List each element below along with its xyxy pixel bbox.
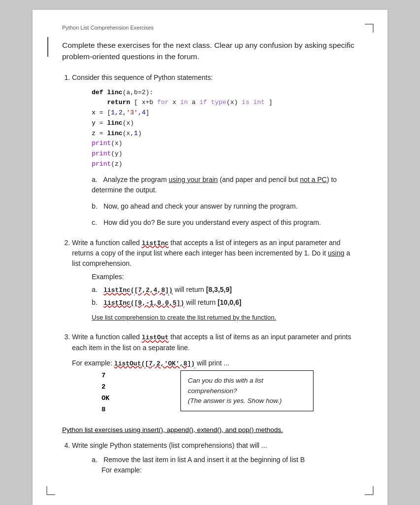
q3-output-ok: OK (102, 393, 171, 404)
question-4: Write single Python statements (list com… (72, 440, 358, 475)
code-line-6: print(x) (92, 139, 358, 149)
q3-callout-line2: (The answer is yes. Show how.) (188, 396, 306, 406)
question-3: Write a function called listOut that acc… (72, 332, 358, 416)
kw-is: is (242, 99, 249, 106)
q2-underline-using: using (328, 249, 344, 257)
q1-sub-b-label: b. (92, 201, 102, 212)
kw-def: def (92, 89, 107, 96)
q4-text: Write single Python statements (list com… (72, 441, 267, 449)
q1-sub-c-label: c. (92, 217, 102, 228)
code-line-4: y = linc(x) (92, 118, 358, 129)
code-line-2: return [ x+b for x in a if type(x) is in… (92, 98, 358, 108)
bottom-right-corner-decoration (365, 486, 374, 495)
q4-for-example-label: For example: (102, 466, 142, 474)
q1-sub-b-text: Now, go ahead and check your answer by r… (104, 202, 298, 210)
q4-sub-a-label: a. (92, 455, 102, 465)
kw-in: in (180, 99, 188, 106)
q3-callout-line1: Can you do this with a list comprehensio… (188, 376, 306, 396)
q3-output-8: 8 (102, 404, 171, 416)
q2-ex-a-result: will return [8,3,5,9] (173, 286, 232, 293)
q2-text: Write a function called listInc that acc… (72, 239, 350, 268)
main-list: Consider this sequence of Python stateme… (62, 72, 358, 416)
underline-not-pc: not a PC (300, 176, 326, 183)
q2-fn-name: listInc (141, 240, 169, 247)
code-line-8: print(z) (92, 159, 358, 170)
question-2: Write a function called listInc that acc… (72, 238, 358, 323)
top-right-corner-decoration (365, 24, 374, 33)
q2-example-b: b. listInc([9,-1,0.0,5]) will return [10… (92, 297, 358, 309)
q3-print-output: 7 2 OK 8 (102, 370, 171, 416)
code-block-q1: def linc(a,b=2): return [ x+b for x in a… (92, 88, 358, 170)
q1-sub-a: a. Analyze the program using your brain … (92, 175, 358, 195)
section-divider: Python list exercises using insert(), ap… (62, 426, 358, 433)
question-1: Consider this sequence of Python stateme… (72, 72, 358, 228)
fn-linc: linc (107, 89, 122, 96)
code-line-1: def linc(a,b=2): (92, 88, 358, 98)
q3-output-7: 7 (102, 370, 171, 382)
q2-ex-a-code: listInc([7,2,4,8]) (104, 287, 173, 294)
kw-for: for (157, 99, 169, 106)
q1-sub-c-text: How did you do? Be sure you understand e… (104, 218, 321, 226)
q4-sub-a: a. Remove the last item in list A and in… (92, 455, 358, 475)
kw-print-z: print (92, 160, 111, 168)
q4-sub-items: a. Remove the last item in list A and in… (92, 455, 358, 475)
bottom-left-corner-decoration (46, 486, 55, 495)
q3-example-code: listOut([7,2,'OK',8]) (114, 360, 195, 367)
section-link[interactable]: Python list exercises using insert(), ap… (62, 426, 283, 433)
code-line-7: print(y) (92, 149, 358, 159)
q1-sub-c: c. How did you do? Be sure you understan… (92, 217, 358, 228)
kw-int: int (253, 99, 265, 106)
q2-note: Use list comprehension to create the lis… (92, 313, 358, 323)
code-line-3: x = [1,2,'3',4] (92, 108, 358, 118)
q1-sub-a-label: a. (92, 175, 102, 185)
q4-sub-a-text: Remove the last item in list A and inser… (104, 456, 305, 464)
q1-sub-a-text: Analyze the program using your brain (an… (92, 176, 337, 194)
q3-callout-box: Can you do this with a list comprehensio… (180, 370, 314, 411)
q2-example-a: a. listInc([7,2,4,8]) will return [8,3,5… (92, 284, 358, 296)
code-line-5: z = linc(x,1) (92, 129, 358, 139)
kw-return: return (107, 99, 130, 106)
q3-output-2: 2 (102, 382, 171, 393)
q3-text: Write a function called listOut that acc… (72, 333, 351, 352)
intro-text: Complete these exercises for the next cl… (62, 39, 358, 63)
q2-ex-b-code: listInc([9,-1,0.0,5]) (104, 299, 184, 307)
q3-for-example-section: For example: listOut([7,2,'OK',8]) will … (72, 358, 358, 369)
q3-example-suffix: will print ... (195, 359, 229, 367)
page: Python List Comprehension Exercises Comp… (33, 10, 387, 505)
kw-type: type (211, 99, 226, 106)
q2-ex-b-label: b. (92, 297, 102, 308)
q3-for-example-label: For example: (72, 359, 114, 367)
q3-output-left: 7 2 OK 8 (72, 370, 171, 416)
q3-output-row: 7 2 OK 8 Can you do this with a list com… (72, 370, 358, 416)
q3-fn-name: listOut (141, 334, 169, 341)
q1-sub-b: b. Now, go ahead and check your answer b… (92, 201, 358, 212)
kw-print-x: print (92, 140, 111, 147)
q2-ex-a-label: a. (92, 284, 102, 295)
main-list-2: Write single Python statements (list com… (62, 440, 358, 475)
q1-sub-items: a. Analyze the program using your brain … (92, 175, 358, 228)
left-margin-bar (47, 37, 48, 57)
q1-text: Consider this sequence of Python stateme… (72, 73, 213, 81)
kw-if: if (199, 99, 207, 106)
q2-examples-label: Examples: (92, 272, 358, 282)
q2-ex-b-result: will return [10,0,6] (184, 298, 242, 306)
underline-brain: using your brain (169, 176, 218, 183)
q2-examples: Examples: a. listInc([7,2,4,8]) will ret… (92, 272, 358, 309)
kw-print-y: print (92, 150, 111, 157)
page-title: Python List Comprehension Exercises (62, 25, 358, 31)
